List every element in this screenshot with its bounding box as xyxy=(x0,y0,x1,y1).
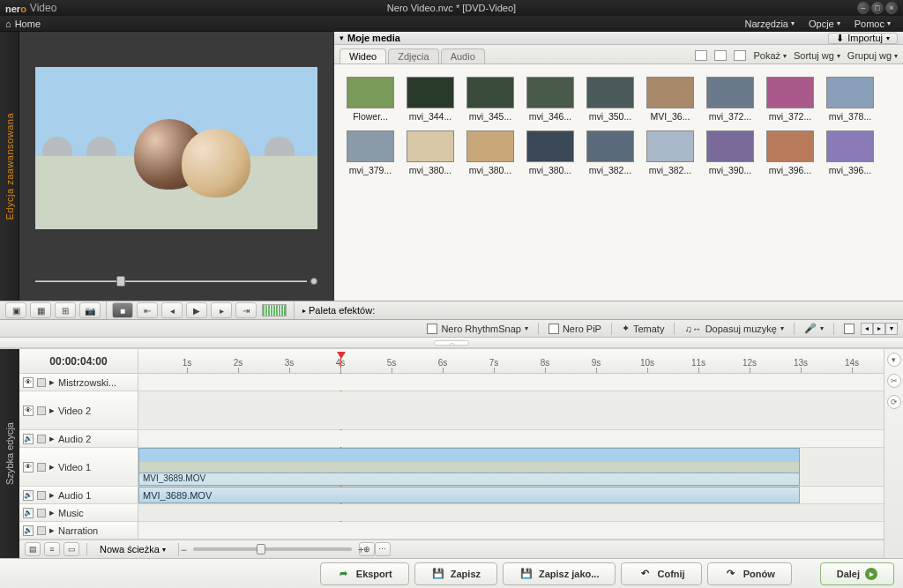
capture-tool-button[interactable]: ▣ xyxy=(5,302,26,318)
timecode-display[interactable]: 00:00:04:00 xyxy=(19,349,138,374)
track-header-video1[interactable]: 👁▸Video 1 xyxy=(19,448,138,486)
new-track-button[interactable]: Nowa ścieżka▾ xyxy=(94,544,171,555)
expand-icon[interactable]: ▸ xyxy=(49,405,55,416)
lock-icon[interactable] xyxy=(37,526,46,535)
media-item[interactable]: mvi_346... xyxy=(526,77,574,122)
eye-icon[interactable]: 👁 xyxy=(23,462,34,473)
collapse-icon[interactable]: ▾ xyxy=(340,33,344,42)
track-header-audio1[interactable]: 🔊▸Audio 1 xyxy=(19,487,138,503)
cut-tool-button[interactable]: ✂ xyxy=(887,374,901,388)
media-item[interactable]: mvi_378... xyxy=(826,77,874,122)
expand-icon[interactable]: ▸ xyxy=(49,461,55,473)
safezone-button[interactable]: ⊞ xyxy=(55,302,76,318)
save-as-button[interactable]: 💾Zapisz jako... xyxy=(503,562,616,585)
media-item[interactable]: mvi_350... xyxy=(586,77,634,122)
track-body-video2[interactable] xyxy=(138,391,884,429)
group-dropdown[interactable]: Grupuj wg▾ xyxy=(847,50,898,61)
expand-icon[interactable]: ▸ xyxy=(49,507,55,518)
zoom-options-button[interactable]: ⋯ xyxy=(375,542,391,556)
media-item[interactable]: mvi_380... xyxy=(526,130,574,175)
expand-icon[interactable]: ▸ xyxy=(49,525,55,536)
media-item[interactable]: mvi_372... xyxy=(766,77,814,122)
eye-icon[interactable]: 👁 xyxy=(23,377,34,388)
snapshot-button[interactable]: 📷 xyxy=(79,302,101,318)
track-body-audio1[interactable]: MVI_3689.MOV xyxy=(138,487,884,503)
fit-music-button[interactable]: ♫↔Dopasuj muzykę▾ xyxy=(678,322,790,336)
zoom-slider[interactable]: − + xyxy=(193,547,352,551)
play-button[interactable]: ▶ xyxy=(186,302,207,318)
next-frame-button[interactable]: ▸ xyxy=(211,302,232,318)
lock-icon[interactable] xyxy=(37,406,46,415)
track-body-audio2[interactable] xyxy=(138,430,884,447)
close-button[interactable]: × xyxy=(885,2,898,14)
media-item[interactable]: mvi_396... xyxy=(826,130,874,175)
track-body-narration[interactable] xyxy=(138,522,884,539)
home-icon[interactable]: ⌂ xyxy=(5,19,11,29)
scroll-menu-button[interactable]: ▾ xyxy=(885,323,898,335)
expand-icon[interactable]: ▸ xyxy=(49,376,55,388)
timeline-view1-button[interactable]: ▤ xyxy=(25,542,41,556)
scroll-left-button[interactable]: ◂ xyxy=(861,323,873,335)
maximize-button[interactable]: □ xyxy=(871,2,884,14)
media-tab-video[interactable]: Wideo xyxy=(340,48,386,63)
media-tab-photos[interactable]: Zdjęcia xyxy=(388,48,438,63)
media-item[interactable]: mvi_382... xyxy=(586,130,634,175)
export-button[interactable]: ➦Eksport xyxy=(320,562,409,585)
media-item[interactable]: mvi_382... xyxy=(646,130,694,175)
track-body-master[interactable] xyxy=(138,374,884,391)
link-tool-button[interactable]: ⟳ xyxy=(887,395,901,409)
lock-icon[interactable] xyxy=(37,491,46,500)
preview-scrubber[interactable] xyxy=(35,269,317,294)
track-header-narration[interactable]: 🔊▸Narration xyxy=(19,522,138,539)
video-clip[interactable]: MVI_3689.MOV xyxy=(138,448,800,486)
save-button[interactable]: 💾Zapisz xyxy=(414,562,497,585)
track-body-music[interactable] xyxy=(138,504,884,521)
lock-icon[interactable] xyxy=(37,509,46,517)
track-body-video1[interactable]: MVI_3689.MOV xyxy=(138,448,884,486)
speaker-icon[interactable]: 🔊 xyxy=(23,508,34,518)
minimize-button[interactable]: – xyxy=(857,2,869,14)
view-detail-icon[interactable] xyxy=(734,50,746,61)
redo-button[interactable]: ↷Ponów xyxy=(707,562,792,585)
preview-video-frame[interactable] xyxy=(35,67,317,229)
lock-icon[interactable] xyxy=(37,378,46,387)
timeline-view3-button[interactable]: ▭ xyxy=(63,542,79,556)
panel-gripper[interactable]: ︿ xyxy=(0,338,903,348)
speaker-icon[interactable]: 🔊 xyxy=(23,490,34,501)
view-grid-icon[interactable] xyxy=(695,50,707,61)
marker-tool-button[interactable]: ▾ xyxy=(887,353,901,367)
media-item[interactable]: mvi_380... xyxy=(407,130,454,175)
media-item[interactable]: mvi_344... xyxy=(407,77,454,122)
menu-options[interactable]: Opcje▾ xyxy=(802,19,847,29)
grid-tool-button[interactable]: ▦ xyxy=(30,302,51,318)
track-header-audio2[interactable]: 🔊▸Audio 2 xyxy=(19,430,138,447)
show-dropdown[interactable]: Pokaż▾ xyxy=(753,50,787,61)
go-end-button[interactable]: ⇥ xyxy=(235,302,257,318)
media-item[interactable]: mvi_345... xyxy=(466,77,514,122)
scroll-right-button[interactable]: ▸ xyxy=(873,323,885,335)
next-button[interactable]: Dalej▸ xyxy=(820,562,894,585)
rhythm-snap-button[interactable]: Nero RhythmSnap▾ xyxy=(421,322,534,336)
menu-tools[interactable]: Narzędzia▾ xyxy=(737,19,802,29)
timeline-ruler[interactable]: 1s2s3s4s5s6s7s8s9s10s11s12s13s14s xyxy=(138,349,884,374)
home-link[interactable]: Home xyxy=(15,19,41,29)
import-button[interactable]: ⬇ Importuj ▾ xyxy=(828,33,898,44)
speaker-icon[interactable]: 🔊 xyxy=(23,434,34,444)
stop-button[interactable]: ■ xyxy=(112,302,133,318)
media-item[interactable]: mvi_380... xyxy=(466,130,514,175)
undo-button[interactable]: ↶Cofnij xyxy=(621,562,701,585)
themes-button[interactable]: ✦Tematy xyxy=(616,322,670,336)
mic-button[interactable]: 🎤▾ xyxy=(798,322,830,336)
expand-icon[interactable]: ▸ xyxy=(49,433,55,444)
lock-icon[interactable] xyxy=(37,435,46,443)
prev-frame-button[interactable]: ◂ xyxy=(161,302,183,318)
media-item[interactable]: mvi_379... xyxy=(347,130,394,175)
media-tab-audio[interactable]: Audio xyxy=(441,48,485,63)
expand-icon[interactable]: ▸ xyxy=(49,489,55,501)
media-item[interactable]: mvi_390... xyxy=(706,130,754,175)
effects-palette-header[interactable]: ▾ Paleta efektów: xyxy=(295,305,382,316)
menu-help[interactable]: Pomoc▾ xyxy=(847,19,898,29)
media-item[interactable]: MVI_36... xyxy=(646,77,694,122)
track-header-video2[interactable]: 👁▸Video 2 xyxy=(19,391,138,429)
track-header-master[interactable]: 👁▸Mistrzowski... xyxy=(19,374,138,391)
